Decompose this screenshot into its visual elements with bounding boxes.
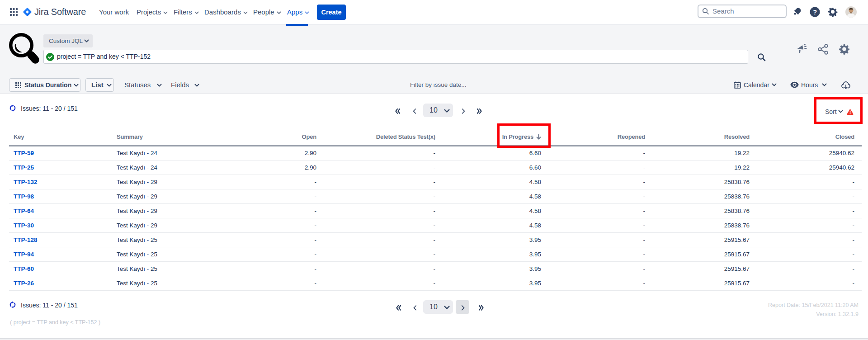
svg-text:?: ? xyxy=(813,8,817,16)
